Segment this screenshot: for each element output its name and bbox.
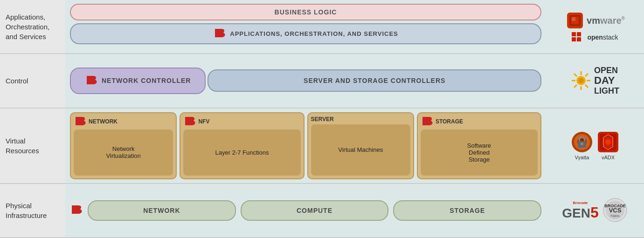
apps-orch-text: APPLICATIONS, ORCHESTRATION, AND SERVICE…	[230, 30, 398, 37]
vcs-logo: BROCADE VCS Fabric	[602, 197, 628, 223]
row-applications-label: Applications,Orchestration,and Services	[0, 0, 65, 53]
vyatta-label: Vyatta	[575, 155, 589, 160]
row-physical-logos: Brocade GEN 5 BROCADE VCS Fabric	[546, 184, 644, 237]
virtual-nfv-header: NFV	[183, 116, 300, 128]
opendaylight-text: OPEN DAY LIGHT	[594, 66, 619, 96]
virtual-network-header: NETWORK	[74, 116, 173, 128]
opendaylight-icon	[571, 70, 591, 91]
svg-point-9	[578, 78, 584, 83]
network-controller-bar: NETWORK CONTROLLER	[70, 68, 206, 94]
virtual-network-body: NetworkVirtualization	[74, 129, 173, 176]
svg-rect-7	[577, 37, 581, 41]
gen5-main: GEN 5	[562, 205, 598, 220]
brocade-icon-storage	[421, 116, 434, 128]
svg-point-26	[605, 139, 611, 145]
row-physical-content: NETWORK COMPUTE STORAGE	[65, 184, 546, 237]
svg-line-14	[574, 74, 577, 76]
server-storage-bar: SERVER AND STORAGE CONTROLLERS	[208, 69, 541, 92]
virtual-network-group: NETWORK NetworkVirtualization	[70, 112, 177, 179]
row-applications: Applications,Orchestration,and Services …	[0, 0, 644, 54]
architecture-diagram: Applications,Orchestration,and Services …	[0, 0, 644, 238]
virtual-storage-body: SoftwareDefinedStorage	[421, 129, 538, 176]
virtual-server-group: SERVER Virtual Machines	[307, 112, 414, 179]
virtual-nfv-title: NFV	[198, 118, 209, 125]
gen5-logo: Brocade GEN 5	[562, 201, 598, 220]
opendaylight-logo: OPEN DAY LIGHT	[571, 66, 619, 96]
virtual-storage-title: STORAGE	[436, 118, 463, 125]
row-physical: PhysicalInfrastructure NETWORK COMPUTE S…	[0, 184, 644, 238]
vmware-cube-icon	[565, 11, 585, 30]
row-control-label: Control	[0, 54, 65, 107]
svg-text:VCS: VCS	[609, 207, 621, 214]
brocade-icon-apps	[213, 28, 226, 40]
virtual-storage-group: STORAGE SoftwareDefinedStorage	[417, 112, 541, 179]
virtual-server-header: SERVER	[311, 116, 410, 122]
vadx-icon	[597, 131, 619, 153]
apps-orch-bar: APPLICATIONS, ORCHESTRATION, AND SERVICE…	[70, 23, 541, 44]
virtual-storage-header: STORAGE	[421, 116, 538, 128]
row-virtual: VirtualResources NETWORK NetworkVirtuali…	[0, 109, 644, 184]
row-control-content: NETWORK CONTROLLER SERVER AND STORAGE CO…	[65, 54, 546, 107]
row-applications-content: BUSINESS LOGIC APPLICATIONS, ORCHESTRATI…	[65, 0, 546, 53]
row-virtual-logos: Vyatta vADX	[546, 109, 644, 183]
row-virtual-content: NETWORK NetworkVirtualization NFV	[65, 109, 546, 183]
virtual-server-body: Virtual Machines	[311, 124, 410, 176]
virtual-nfv-body: Layer 2-7 Functions	[183, 129, 300, 176]
gen5-text: Brocade	[573, 201, 588, 205]
brocade-icon-physical	[70, 204, 83, 217]
virtual-nfv-group: NFV Layer 2-7 Functions	[180, 112, 304, 179]
brocade-icon-control	[85, 75, 98, 87]
row-physical-label: PhysicalInfrastructure	[0, 184, 65, 237]
vcs-icon: BROCADE VCS Fabric	[602, 197, 628, 223]
virtual-network-title: NETWORK	[89, 118, 118, 125]
network-controller-text: NETWORK CONTROLLER	[102, 77, 191, 84]
phys-network-bar: NETWORK	[88, 200, 236, 221]
vadx-label: vADX	[602, 155, 615, 160]
virtual-server-title: SERVER	[311, 116, 334, 122]
business-logic-bar: BUSINESS LOGIC	[70, 4, 541, 20]
vyatta-icon	[571, 131, 593, 153]
openstack-text: openstack	[587, 34, 618, 41]
svg-line-17	[574, 85, 577, 88]
vmware-logo: vmware®	[565, 11, 625, 30]
vmware-text: vmware®	[587, 15, 625, 26]
row-control: Control NETWORK CONTROLLER SERVER AND ST…	[0, 54, 644, 108]
phys-compute-bar: COMPUTE	[241, 200, 389, 221]
brocade-icon-network	[74, 116, 87, 128]
vadx-logo: vADX	[597, 131, 619, 160]
svg-point-22	[581, 143, 583, 145]
vyatta-logo: Vyatta	[571, 131, 593, 160]
phys-storage-bar: STORAGE	[393, 200, 541, 221]
svg-rect-6	[572, 37, 576, 41]
svg-line-15	[585, 85, 588, 88]
svg-rect-3	[572, 17, 575, 21]
row-control-logos: OPEN DAY LIGHT	[546, 54, 644, 107]
brocade-icon-nfv	[183, 116, 196, 128]
svg-text:Fabric: Fabric	[610, 214, 620, 218]
openstack-logo: openstack	[572, 32, 618, 42]
svg-rect-4	[572, 32, 576, 36]
svg-rect-5	[577, 32, 581, 36]
row-virtual-label: VirtualResources	[0, 109, 65, 183]
svg-line-16	[585, 74, 588, 76]
openstack-icon	[572, 32, 586, 42]
row-applications-logos: vmware® openstack	[546, 0, 644, 53]
